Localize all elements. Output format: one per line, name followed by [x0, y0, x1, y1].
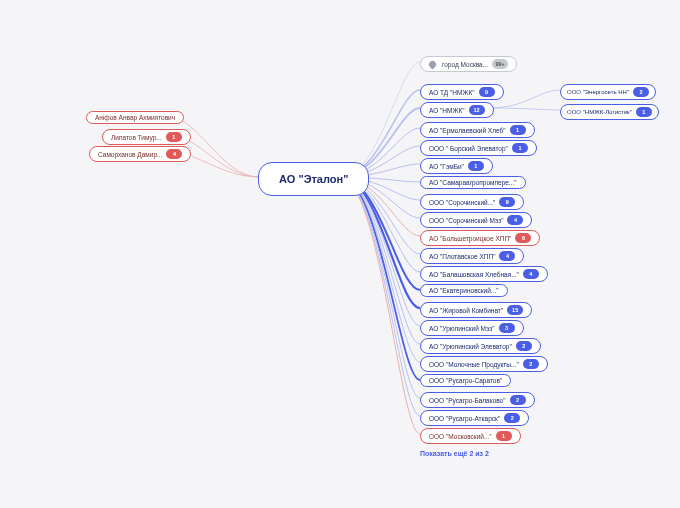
location-label: город Москва...: [442, 61, 488, 68]
right-node-label: АО "Жировой Комбинат": [429, 307, 503, 314]
right-node-badge: 1: [468, 161, 484, 171]
right-node-badge: 12: [469, 105, 485, 115]
right-node[interactable]: ООО "Сорочинский Мэз"4: [420, 212, 532, 228]
right-node-label: АО "Ермолаевский Хлеб": [429, 127, 506, 134]
right-node-label: АО "Плотавское ХПП": [429, 253, 495, 260]
right-node-badge: 15: [507, 305, 523, 315]
right-node-label: АО "ГэмБи": [429, 163, 464, 170]
right-node[interactable]: АО "Ермолаевский Хлеб"1: [420, 122, 535, 138]
right-node-badge: 1: [510, 125, 526, 135]
right-node-badge: 4: [499, 251, 515, 261]
location-node[interactable]: город Москва... 99+: [420, 56, 517, 72]
show-more-link[interactable]: Показать ещё 2 из 2: [420, 450, 489, 457]
right-node[interactable]: ООО "Московский..."1: [420, 428, 521, 444]
right-node-badge: 6: [515, 233, 531, 243]
right-node-label: АО "Самараагропромпере...": [429, 179, 517, 186]
right-node[interactable]: АО "Жировой Комбинат"15: [420, 302, 532, 318]
right-node-label: АО "Урюпинский Элеватор": [429, 343, 512, 350]
right-node[interactable]: АО "Екатериновский...": [420, 284, 508, 297]
sub-node[interactable]: ООО "НМЖК-Логистик"1: [560, 104, 659, 120]
right-node-label: ООО "Сорочинский Мэз": [429, 217, 503, 224]
right-node[interactable]: АО "Плотавское ХПП"4: [420, 248, 524, 264]
right-node-label: АО "НМЖК": [429, 107, 465, 114]
right-node-badge: 2: [523, 359, 539, 369]
right-node[interactable]: ООО "Русагро-Балаково"2: [420, 392, 535, 408]
location-pin-icon: [428, 59, 438, 69]
right-node[interactable]: АО "Большетроицкое ХПП"6: [420, 230, 540, 246]
left-node[interactable]: Липатов Тимур... 1: [102, 129, 191, 145]
left-node[interactable]: Саморханов Дамир... 4: [89, 146, 191, 162]
right-node-badge: 4: [507, 215, 523, 225]
right-node-badge: 9: [479, 87, 495, 97]
right-node[interactable]: АО "Балашовская Хлебная..."4: [420, 266, 548, 282]
right-node[interactable]: АО "НМЖК"12: [420, 102, 494, 118]
sub-node-label: ООО "Энергосеть НН": [567, 89, 629, 95]
right-node[interactable]: АО "Урюпинский Мэз"3: [420, 320, 524, 336]
right-node[interactable]: ООО "Русагро-Аткарск"2: [420, 410, 529, 426]
right-node-label: АО "Большетроицкое ХПП": [429, 235, 511, 242]
center-label: АО "Эталон": [279, 173, 348, 185]
left-node-label: Саморханов Дамир...: [98, 151, 162, 158]
right-node-badge: 2: [516, 341, 532, 351]
right-node-label: АО "Екатериновский...": [429, 287, 499, 294]
left-node-badge: 4: [166, 149, 182, 159]
right-node-label: ООО "Молочные Продукты...": [429, 361, 519, 368]
location-badge: 99+: [492, 59, 508, 69]
left-node[interactable]: Аніфов Анвар Ахмиятович: [86, 111, 184, 124]
right-node-label: ООО " Борский Элеватор": [429, 145, 508, 152]
right-node[interactable]: АО "Урюпинский Элеватор"2: [420, 338, 541, 354]
left-node-label: Липатов Тимур...: [111, 134, 162, 141]
sub-node-badge: 1: [636, 107, 652, 117]
right-node-label: ООО "Русагро-Балаково": [429, 397, 506, 404]
right-node-label: ООО "Русагро-Аткарск": [429, 415, 500, 422]
right-node-label: АО ТД "НМЖК": [429, 89, 475, 96]
right-node-badge: 1: [512, 143, 528, 153]
right-node-label: ООО "Сорочинский...": [429, 199, 495, 206]
right-node-badge: 4: [523, 269, 539, 279]
sub-node-label: ООО "НМЖК-Логистик": [567, 109, 632, 115]
left-node-badge: 1: [166, 132, 182, 142]
right-node-badge: 2: [510, 395, 526, 405]
right-node-label: ООО "Русагро-Саратов": [429, 377, 502, 384]
right-node-badge: 3: [499, 323, 515, 333]
right-node[interactable]: ООО "Сорочинский..."9: [420, 194, 524, 210]
right-node-badge: 1: [496, 431, 512, 441]
left-node-label: Аніфов Анвар Ахмиятович: [95, 114, 175, 121]
sub-node[interactable]: ООО "Энергосеть НН"2: [560, 84, 656, 100]
edges-layer: [0, 0, 680, 508]
right-node-label: ООО "Московский...": [429, 433, 492, 440]
right-node[interactable]: АО "ГэмБи"1: [420, 158, 493, 174]
right-node-badge: 9: [499, 197, 515, 207]
right-node[interactable]: АО "Самараагропромпере...": [420, 176, 526, 189]
center-node[interactable]: АО "Эталон": [258, 162, 369, 196]
right-node[interactable]: ООО " Борский Элеватор"1: [420, 140, 537, 156]
right-node-label: АО "Балашовская Хлебная...": [429, 271, 519, 278]
right-node[interactable]: ООО "Молочные Продукты..."2: [420, 356, 548, 372]
right-node[interactable]: ООО "Русагро-Саратов": [420, 374, 511, 387]
right-node[interactable]: АО ТД "НМЖК"9: [420, 84, 504, 100]
right-node-label: АО "Урюпинский Мэз": [429, 325, 495, 332]
show-more-label: Показать ещё 2 из 2: [420, 450, 489, 457]
diagram-canvas[interactable]: АО "Эталон" город Москва... 99+ Аніфов А…: [0, 0, 680, 508]
right-node-badge: 2: [504, 413, 520, 423]
sub-node-badge: 2: [633, 87, 649, 97]
